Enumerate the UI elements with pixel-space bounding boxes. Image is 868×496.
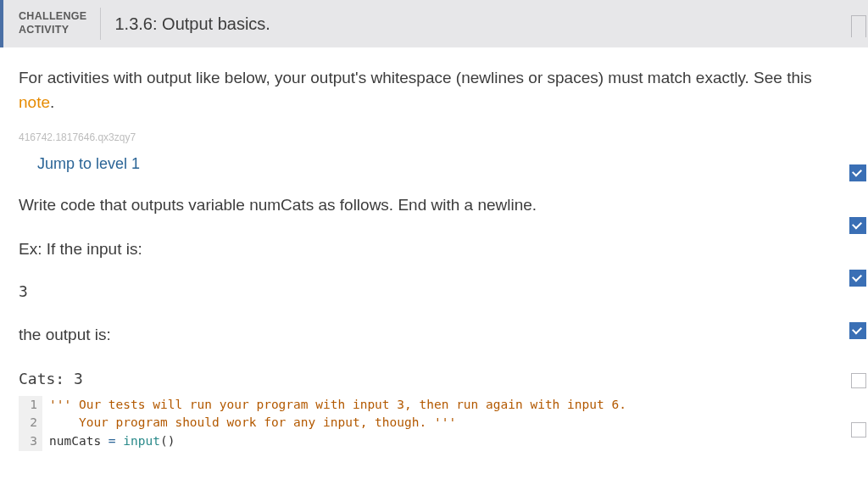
empty-box-icon[interactable] [851, 373, 866, 388]
challenge-label-line2: ACTIVITY [19, 24, 86, 37]
challenge-activity-label: CHALLENGE ACTIVITY [19, 8, 101, 40]
check-icon[interactable] [849, 270, 866, 287]
ex-input-value: 3 [19, 282, 849, 300]
ex-output-value: Cats: 3 [19, 370, 849, 387]
jump-to-level-link[interactable]: Jump to level 1 [37, 155, 140, 173]
ex-input-label: Ex: If the input is: [19, 240, 849, 259]
line-number: 2 [19, 414, 42, 432]
side-badges [849, 164, 866, 339]
instruction-text: Write code that outputs variable numCats… [19, 193, 849, 218]
line-number: 1 [19, 396, 42, 415]
ex-output-label: the output is: [19, 326, 849, 344]
check-icon[interactable] [849, 322, 866, 339]
empty-box-icon[interactable] [851, 422, 866, 437]
challenge-label-line1: CHALLENGE [19, 10, 86, 24]
code-content[interactable]: ''' Our tests will run your program with… [42, 396, 626, 415]
intro-text: For activities with output like below, y… [19, 66, 849, 114]
tracking-id: 416742.1817646.qx3zqy7 [19, 131, 849, 143]
content-area: For activities with output like below, y… [0, 47, 868, 451]
intro-text-part2: . [50, 93, 54, 111]
code-line[interactable]: 3numCats = input() [19, 432, 849, 451]
challenge-title: 1.3.6: Output basics. [101, 14, 270, 34]
code-content[interactable]: Your program should work for any input, … [42, 414, 456, 432]
challenge-header: CHALLENGE ACTIVITY 1.3.6: Output basics. [0, 0, 868, 47]
line-number: 3 [19, 432, 42, 451]
code-line[interactable]: 2 Your program should work for any input… [19, 414, 849, 432]
note-link[interactable]: note [19, 93, 50, 111]
side-boxes [851, 373, 866, 437]
code-editor[interactable]: 1''' Our tests will run your program wit… [19, 396, 849, 451]
check-icon[interactable] [849, 164, 866, 181]
code-line[interactable]: 1''' Our tests will run your program wit… [19, 396, 849, 415]
intro-text-part1: For activities with output like below, y… [19, 69, 812, 86]
check-icon[interactable] [849, 217, 866, 234]
code-content[interactable]: numCats = input() [42, 432, 175, 451]
bookmark-icon[interactable] [851, 15, 866, 37]
